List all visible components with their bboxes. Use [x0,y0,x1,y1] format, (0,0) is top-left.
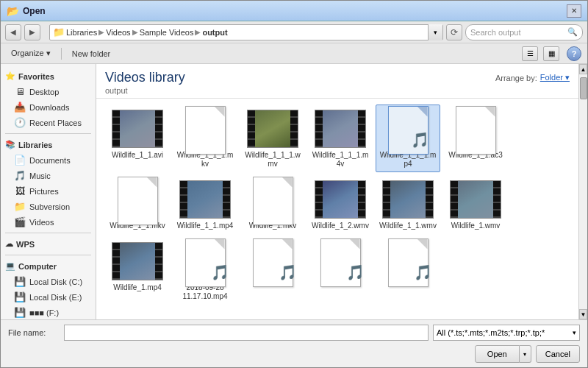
file-thumb-13 [112,241,163,281]
file-item-1[interactable]: Wildlife_1_1.avi [105,105,170,172]
dialog-title: Open [23,6,567,16]
address-part-current: output [202,28,227,37]
sidebar-item-music[interactable]: 🎵 Music [1,168,96,183]
file-name-8: Wildlife_1_1.mp4 [177,222,234,230]
address-toolbar: ◀ ▶ 📁 Libraries ▶ Videos ▶ Sample Videos… [1,21,587,43]
file-name-12: Wildlife_1.wmv [451,222,501,230]
sidebar: ⭐ Favorites 🖥 Desktop 📥 Downloads 🕐 Rece… [1,64,96,319]
scroll-track[interactable] [579,74,587,309]
action-bar: Organize ▾ New folder ☰ ▦ ? [1,43,587,64]
file-item-12[interactable]: Wildlife_1.wmv [443,175,508,234]
search-bar[interactable]: Search output 🔍 [465,24,583,40]
file-item-5[interactable]: 🎵 Wildlife_1_1_1.mp4 [376,105,440,172]
file-item-11[interactable]: Wildlife_1_1.wmv [376,175,440,234]
search-icon: 🔍 [567,27,578,37]
content-header: Videos library output Arrange by: Folder… [96,64,578,99]
address-bar[interactable]: 📁 Libraries ▶ Videos ▶ Sample Videos ▶ o… [50,26,428,38]
file-item-13[interactable]: Wildlife_1.mp4 [105,237,170,305]
sidebar-item-subversion[interactable]: 📁 Subversion [1,199,96,214]
filename-input[interactable] [64,325,429,341]
filetype-dropdown[interactable]: All (*.ts;*.mts;*.m2ts;*.trp;*.tp;* ▾ [433,325,580,341]
cancel-button[interactable]: Cancel [536,345,580,363]
vertical-scrollbar[interactable]: ▲ ▼ [578,64,587,319]
file-item-17[interactable]: 🎵 [376,237,440,305]
files-grid: Wildlife_1_1.avi Wildlife_1_1_1.mkv [96,99,578,319]
file-item-14[interactable]: 🎵 2018-09-28 11.17.10.mp4 [173,237,237,305]
computer-section[interactable]: 💻 Computer [1,258,96,274]
dialog-icon: 📂 [7,5,18,17]
file-item-3[interactable]: Wildlife_1_1_1.wmv [240,105,305,172]
sidebar-item-recent[interactable]: 🕐 Recent Places [1,115,96,130]
file-name-3: Wildlife_1_1_1.wmv [244,151,301,169]
subversion-icon: 📁 [14,201,26,212]
address-folder-icon: 📁 [53,26,65,38]
wps-icon: ☁ [5,239,13,249]
refresh-button[interactable]: ⟳ [446,24,462,40]
file-thumb-5: 🎵 [382,108,434,149]
main-area: ⭐ Favorites 🖥 Desktop 📥 Downloads 🕐 Rece… [1,64,587,319]
audio-note-icon: 🎵 [411,131,429,149]
sidebar-item-documents-label: Documents [29,156,71,165]
back-button[interactable]: ◀ [5,24,21,40]
sidebar-item-pictures[interactable]: 🖼 Pictures [1,183,96,199]
view-button-grid[interactable]: ▦ [543,46,559,61]
open-button[interactable]: Open [475,345,520,363]
libraries-label: Libraries [18,141,52,149]
help-button[interactable]: ? [567,46,581,61]
file-item-4[interactable]: Wildlife_1_1_1.m4v [308,105,373,172]
file-name-10: Wildlife_1_2.wmv [312,222,369,230]
file-item-15[interactable]: 🎵 [240,237,305,305]
scroll-down-button[interactable]: ▼ [579,309,587,319]
audio-note-icon-16: 🎵 [346,263,365,281]
sidebar-item-drive-f[interactable]: 💾 ■■■ (F:) [1,305,96,319]
action-separator [61,48,62,60]
file-thumb-11 [382,179,434,219]
view-button-list[interactable]: ☰ [522,46,538,61]
sidebar-item-desktop[interactable]: 🖥 Desktop [1,84,96,99]
sidebar-divider-2 [5,233,91,233]
new-folder-button[interactable]: New folder [68,48,115,60]
file-thumb-4 [315,108,366,149]
file-thumb-8 [179,179,231,219]
file-item-16[interactable]: 🎵 [308,237,373,305]
search-placeholder: Search output [470,28,567,37]
sidebar-item-videos-label: Videos [29,218,54,227]
filename-row: File name: All (*.ts;*.mts;*.m2ts;*.trp;… [8,325,580,341]
libraries-section[interactable]: 📚 Libraries [1,137,96,152]
audio-note-icon-14: 🎵 [211,263,229,281]
sidebar-item-recent-label: Recent Places [29,118,82,127]
file-thumb-3 [247,108,298,149]
favorites-section[interactable]: ⭐ Favorites [1,68,96,84]
arrange-by-value[interactable]: Folder ▾ [540,73,570,82]
scroll-up-button[interactable]: ▲ [579,64,587,74]
file-item-2[interactable]: Wildlife_1_1_1.mkv [173,105,237,172]
close-button[interactable]: ✕ [567,4,581,18]
file-name-1: Wildlife_1_1.avi [112,151,163,160]
sidebar-item-documents[interactable]: 📄 Documents [1,152,96,168]
sidebar-item-drive-f-label: ■■■ (F:) [29,308,59,317]
address-dropdown[interactable]: ▾ [428,24,442,40]
file-thumb-12 [450,179,501,219]
sidebar-item-downloads[interactable]: 📥 Downloads [1,99,96,115]
sidebar-item-videos[interactable]: 🎬 Videos [1,214,96,230]
title-bar: 📂 Open ✕ [1,1,587,21]
wps-section[interactable]: ☁ WPS [1,236,96,252]
file-item-6[interactable]: Wildlife_1_1.ac3 [443,105,508,172]
open-button-group: Open ▾ [475,345,531,363]
open-dropdown-button[interactable]: ▾ [520,345,531,363]
file-item-9[interactable]: Wildlife_1.mkv [240,175,305,234]
libraries-icon: 📚 [5,140,15,149]
sidebar-item-subversion-label: Subversion [29,202,70,211]
file-thumb-14: 🎵 [179,241,231,281]
file-item-8[interactable]: Wildlife_1_1.mp4 [173,175,237,234]
sidebar-item-local-c[interactable]: 💾 Local Disk (C:) [1,274,96,289]
arrange-by: Arrange by: Folder ▾ [495,73,570,82]
file-item-7[interactable]: Wildlife_1_1.mkv [105,175,170,234]
sidebar-item-local-e[interactable]: 💾 Local Disk (E:) [1,289,96,305]
forward-button[interactable]: ▶ [24,24,40,40]
videos-icon: 🎬 [14,216,26,227]
open-dialog: 📂 Open ✕ ◀ ▶ 📁 Libraries ▶ Videos ▶ Samp… [0,0,588,368]
file-item-10[interactable]: Wildlife_1_2.wmv [308,175,373,234]
organize-button[interactable]: Organize ▾ [7,47,55,60]
scroll-thumb[interactable] [580,77,587,99]
